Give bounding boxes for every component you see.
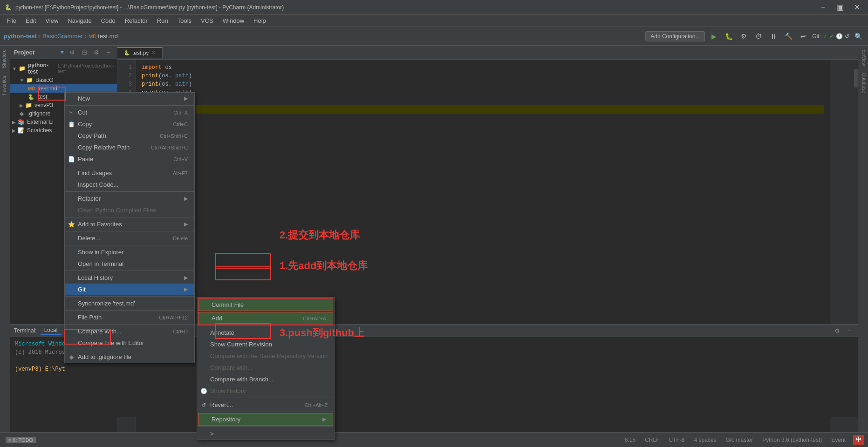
terminal-controls: ⚙ − xyxy=(833,326,854,335)
menu-tools[interactable]: Tools xyxy=(173,16,196,25)
close-button[interactable]: ✕ xyxy=(850,3,863,12)
project-layout-button[interactable]: ⊟ xyxy=(80,47,89,57)
git-revert[interactable]: ↺ Revert... Ctrl+Alt+Z xyxy=(197,399,334,411)
add-configuration-button[interactable]: Add Configuration... xyxy=(645,31,705,41)
ctx-clean-label: Clean Python Compiled Files xyxy=(78,207,156,214)
tab-label-testpy: test.py xyxy=(132,50,149,56)
git-revert-shortcut: Ctrl+Alt+Z xyxy=(305,402,328,408)
ctx-delete[interactable]: Delete... Delete xyxy=(65,232,194,244)
maximize-button[interactable]: ▣ xyxy=(834,3,847,12)
ctx-cut[interactable]: ✂ Cut Ctrl+X xyxy=(65,107,194,118)
ctx-file-path[interactable]: File Path Ctrl+Alt+F12 xyxy=(65,312,194,323)
tab-testpy[interactable]: 🐍 test.py ✕ xyxy=(117,47,163,58)
ctx-add-favorites[interactable]: ⭐ Add to Favorites ▶ xyxy=(65,218,194,230)
ctx-synchronize-label: Synchronize 'test.md' xyxy=(78,300,135,307)
undo-button[interactable]: ↩ xyxy=(797,30,809,42)
ctx-refactor[interactable]: Refactor ▶ xyxy=(65,193,194,204)
git-add[interactable]: Add Ctrl+Alt+A xyxy=(198,312,333,325)
ctx-synchronize[interactable]: Synchronize 'test.md' xyxy=(65,298,194,309)
minimize-button[interactable]: − xyxy=(817,3,830,12)
ctx-compare-with[interactable]: Compare With... Ctrl+D xyxy=(65,325,194,337)
project-minimize-button[interactable]: − xyxy=(104,47,113,57)
terminal-settings-btn[interactable]: ⚙ xyxy=(833,326,842,335)
git-sep-1 xyxy=(197,325,334,326)
ctx-paste[interactable]: 📄 Paste Ctrl+V xyxy=(65,153,194,165)
breadcrumb-folder[interactable]: BasicGrammer xyxy=(42,33,83,40)
menu-window[interactable]: Window xyxy=(218,16,249,25)
git-compare-branch[interactable]: Compare with Branch... xyxy=(197,373,334,385)
git-show-revision[interactable]: Show Current Revision xyxy=(197,339,334,350)
git-branch-status[interactable]: Git: master xyxy=(724,436,755,444)
tree-item-basicgrammer[interactable]: ▼ 📁 BasicG xyxy=(10,76,117,84)
git-check1: ✓ xyxy=(823,33,827,40)
tree-label-scratches: Scratches xyxy=(27,127,52,134)
tab-close-testpy[interactable]: ✕ xyxy=(151,50,156,56)
ctx-show-explorer[interactable]: Show in Explorer xyxy=(65,246,194,258)
python-version-status[interactable]: Python 3.6 (python-test) xyxy=(760,436,824,444)
expand-arrow: ▼ xyxy=(12,66,17,71)
structure-tab[interactable]: Structure xyxy=(0,46,10,72)
ctx-local-history[interactable]: Local History ▶ xyxy=(65,272,194,284)
stop-button[interactable]: ⏸ xyxy=(767,30,779,42)
profile-button[interactable]: ⏱ xyxy=(752,30,765,42)
event-status[interactable]: Event xyxy=(829,436,847,444)
search-everywhere-button[interactable]: 🔍 xyxy=(852,30,864,42)
ctx-copy[interactable]: 📋 Copy Ctrl+C xyxy=(65,118,194,130)
breadcrumb-root[interactable]: python-test xyxy=(4,33,37,40)
ctx-add-gitignore[interactable]: ◆ Add to .gitignore file xyxy=(65,351,194,363)
menu-edit[interactable]: Edit xyxy=(21,16,41,25)
todo-status[interactable]: ≡ 6: TODO xyxy=(4,436,38,444)
terminal-minimize-btn[interactable]: − xyxy=(845,326,854,335)
ctx-find-usages[interactable]: Find Usages Alt+F7 xyxy=(65,167,194,179)
menu-navigate[interactable]: Navigate xyxy=(63,16,96,25)
menu-vcs[interactable]: VCS xyxy=(196,16,218,25)
git-annotate[interactable]: Annotate xyxy=(197,327,334,339)
tree-item-python-test[interactable]: ▼ 📁 python-test E:\PythonProject\python-… xyxy=(10,61,117,76)
sciview-tab[interactable]: SciView xyxy=(858,46,868,69)
run-button[interactable]: ▶ xyxy=(708,30,720,42)
terminal-tab-local[interactable]: Local xyxy=(41,326,62,335)
minimap-thumb xyxy=(854,69,858,88)
git-repository[interactable]: Repository ▶ xyxy=(198,413,333,426)
git-more[interactable]: > xyxy=(197,428,334,440)
ctx-copy-path[interactable]: Copy Path Ctrl+Shift+C xyxy=(65,130,194,142)
git-label: Git: xyxy=(812,33,821,40)
code-line-4: print(os. path) xyxy=(142,88,824,97)
title-bar: 🐍 python-test [E:\PythonProject\python-t… xyxy=(0,0,868,15)
favorites-tab[interactable]: Favorites xyxy=(0,72,10,99)
ctx-delete-label: Delete... xyxy=(78,235,100,242)
database-tab[interactable]: Database xyxy=(858,69,868,97)
breadcrumb-file-label[interactable]: test.md xyxy=(98,33,118,40)
ctx-copy-rel-path[interactable]: Copy Relative Path Ctrl+Alt+Shift+C xyxy=(65,142,194,153)
encoding-status[interactable]: UTF-8 xyxy=(667,436,687,444)
build-button[interactable]: 🔨 xyxy=(782,30,794,42)
tree-path-python-test: E:\PythonProject\python-test xyxy=(58,63,115,74)
line-ending-status[interactable]: CRLF xyxy=(643,436,661,444)
menu-help[interactable]: Help xyxy=(249,16,271,25)
coverage-button[interactable]: ⚙ xyxy=(738,30,750,42)
debug-button[interactable]: 🐛 xyxy=(723,30,735,42)
git-sep-4 xyxy=(197,427,334,427)
ctx-open-terminal[interactable]: Open in Terminal xyxy=(65,258,194,270)
indent-status[interactable]: 4 spaces xyxy=(692,436,718,444)
menu-view[interactable]: View xyxy=(41,16,63,25)
ctx-compare-editor[interactable]: Compare File with Editor xyxy=(65,337,194,349)
ctx-git[interactable]: Git ▶ xyxy=(65,284,194,295)
git-more-label: > xyxy=(210,430,214,437)
git-undo: ↺ xyxy=(845,33,849,40)
git-commit-file[interactable]: Commit File xyxy=(198,298,333,311)
menu-file[interactable]: File xyxy=(2,16,21,25)
menu-refactor[interactable]: Refactor xyxy=(120,16,152,25)
project-settings-button[interactable]: ⚙ xyxy=(68,47,77,57)
ctx-inspect-code[interactable]: Inspect Code... xyxy=(65,179,194,190)
menu-code[interactable]: Code xyxy=(96,16,120,25)
project-title: Project xyxy=(14,49,57,56)
position-status[interactable]: 6:15 xyxy=(623,436,637,444)
project-gear-button[interactable]: ⚙ xyxy=(92,47,101,57)
chinese-icon[interactable]: 中 xyxy=(853,435,864,445)
menu-run[interactable]: Run xyxy=(152,16,173,25)
md-file-icon: MD xyxy=(28,86,35,91)
ctx-sep-10 xyxy=(65,324,194,325)
ctx-new[interactable]: New ▶ xyxy=(65,93,194,104)
tree-item-testmd[interactable]: MD test.md xyxy=(10,84,117,93)
